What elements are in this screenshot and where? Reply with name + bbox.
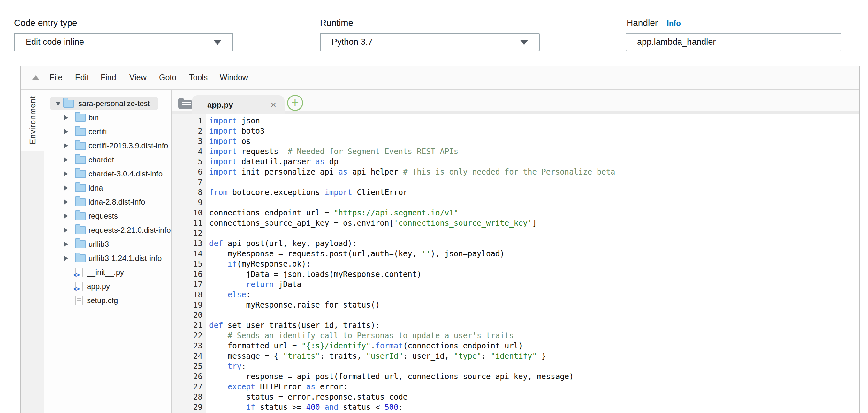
folder-icon xyxy=(75,170,86,178)
collapse-arrow-icon[interactable] xyxy=(64,213,68,219)
menu-item-window[interactable]: Window xyxy=(220,73,248,82)
menu-item-file[interactable]: File xyxy=(50,73,62,82)
tree-item-certifi[interactable]: certifi xyxy=(21,125,172,139)
tree-item-certifi-2019-3-9-dist-info[interactable]: certifi-2019.3.9.dist-info xyxy=(21,139,172,153)
collapse-panel-icon[interactable] xyxy=(32,76,39,80)
code-line-16: 16 jData = json.loads(myResponse.content… xyxy=(172,269,859,279)
code-entry-type-label: Code entry type xyxy=(14,18,77,28)
code-text: import json xyxy=(209,116,260,126)
tree-item-label: requests xyxy=(89,212,118,220)
code-text: else: xyxy=(209,290,251,300)
tree-item-requests[interactable]: requests xyxy=(21,209,172,223)
code-text: def set_user_traits(user_id, traits): xyxy=(209,320,380,330)
tree-item-label: urllib3 xyxy=(89,240,109,249)
tab-list-icon[interactable] xyxy=(178,98,192,109)
line-number: 28 xyxy=(172,392,203,402)
folder-icon xyxy=(75,184,86,192)
collapse-arrow-icon[interactable] xyxy=(64,171,68,176)
code-line-1: 1import json xyxy=(172,116,859,126)
collapse-arrow-icon[interactable] xyxy=(64,228,68,233)
code-line-8: 8from botocore.exceptions import ClientE… xyxy=(172,187,859,198)
close-tab-icon[interactable]: × xyxy=(271,100,276,110)
chevron-down-icon xyxy=(520,40,528,45)
code-line-11: 11connections_source_api_key = os.enviro… xyxy=(172,218,859,228)
handler-info-link[interactable]: Info xyxy=(667,19,681,28)
line-number: 11 xyxy=(172,218,203,228)
code-text: import os xyxy=(209,136,251,146)
tree-item-sara-personalize-test[interactable]: sara-personalize-test xyxy=(21,96,172,111)
code-line-23: 23 formatted_url = "{:s}/identify".forma… xyxy=(172,341,859,351)
tree-item-label: sara-personalize-test xyxy=(78,99,150,108)
collapse-arrow-icon[interactable] xyxy=(64,115,68,120)
code-text: import dateutil.parser as dp xyxy=(209,157,339,167)
code-line-6: 6import init_personalize_api as api_help… xyxy=(172,167,859,177)
code-editor-window: FileEditFindViewGotoToolsWindow Environm… xyxy=(21,65,860,413)
line-number: 10 xyxy=(172,208,203,218)
code-text: connections_endpoint_url = "https://api.… xyxy=(209,208,458,218)
code-text: try: xyxy=(209,361,246,372)
code-text: connections_source_api_key = os.environ[… xyxy=(209,218,537,228)
code-line-17: 17 return jData xyxy=(172,279,859,290)
tree-item-idna-2-8-dist-info[interactable]: idna-2.8.dist-info xyxy=(21,195,172,209)
chevron-down-icon xyxy=(213,40,222,45)
tree-item-label: __init__.py xyxy=(87,268,124,277)
code-text: status = error.response.status_code xyxy=(209,392,407,402)
python-file-icon: <> xyxy=(75,282,83,291)
tree-item-chardet[interactable]: chardet xyxy=(21,153,172,167)
file-tree: sara-personalize-testbincertificertifi-2… xyxy=(21,96,172,307)
collapse-arrow-icon[interactable] xyxy=(64,256,68,261)
tree-item-idna[interactable]: idna xyxy=(21,181,172,195)
code-text: formatted_url = "{:s}/identify".format(c… xyxy=(209,341,523,351)
code-line-14: 14 myResponse = requests.post(url,auth=(… xyxy=(172,249,859,259)
tree-item-label: setup.cfg xyxy=(87,296,118,305)
code-line-2: 2import boto3 xyxy=(172,126,859,136)
new-tab-plus-icon[interactable]: + xyxy=(287,95,303,111)
collapse-arrow-icon[interactable] xyxy=(64,129,68,134)
menu-item-find[interactable]: Find xyxy=(101,73,116,82)
folder-icon xyxy=(75,240,86,248)
tree-item-app-py[interactable]: <>app.py xyxy=(21,279,172,293)
code-line-29: 29 if status >= 400 and status < 500: xyxy=(172,402,859,412)
menu-item-edit[interactable]: Edit xyxy=(75,73,89,82)
menu-item-view[interactable]: View xyxy=(129,73,147,82)
code-line-27: 27 except HTTPError as error: xyxy=(172,382,859,392)
tab-app-py[interactable]: app.py × xyxy=(192,95,284,114)
config-file-icon xyxy=(75,296,83,305)
tree-item-bin[interactable]: bin xyxy=(21,111,172,125)
tree-item--init-py[interactable]: <>__init__.py xyxy=(21,265,172,279)
collapse-arrow-icon[interactable] xyxy=(64,157,68,163)
tree-item-chardet-3-0-4-dist-info[interactable]: chardet-3.0.4.dist-info xyxy=(21,167,172,181)
code-text: if status >= 400 and status < 500: xyxy=(209,402,403,412)
expand-arrow-icon[interactable] xyxy=(56,102,61,106)
menu-item-tools[interactable]: Tools xyxy=(189,73,208,82)
tree-item-label: idna-2.8.dist-info xyxy=(89,198,145,206)
handler-input[interactable] xyxy=(626,33,841,51)
python-file-icon: <> xyxy=(75,268,83,277)
collapse-arrow-icon[interactable] xyxy=(64,242,68,247)
tree-item-urllib3-1-24-1-dist-info[interactable]: urllib3-1.24.1.dist-info xyxy=(21,251,172,265)
code-text: import requests # Needed for Segment Eve… xyxy=(209,146,458,157)
tree-item-requests-2-21-0-dist-info[interactable]: requests-2.21.0.dist-info xyxy=(21,223,172,237)
folder-icon xyxy=(75,142,86,150)
collapse-arrow-icon[interactable] xyxy=(64,200,68,205)
code-line-5: 5import dateutil.parser as dp xyxy=(172,157,859,167)
collapse-arrow-icon[interactable] xyxy=(64,185,68,190)
code-text: myResponse.raise_for_status() xyxy=(209,300,380,310)
runtime-select[interactable]: Python 3.7 xyxy=(320,33,540,51)
handler-label: Handler xyxy=(626,18,658,28)
code-entry-type-select[interactable]: Edit code inline xyxy=(14,33,233,51)
line-number: 6 xyxy=(172,167,203,177)
line-number: 26 xyxy=(172,372,203,382)
code-line-10: 10connections_endpoint_url = "https://ap… xyxy=(172,208,859,218)
folder-icon xyxy=(75,156,86,164)
code-text: import init_personalize_api as api_helpe… xyxy=(209,167,615,177)
folder-icon xyxy=(63,100,74,108)
tree-item-setup-cfg[interactable]: setup.cfg xyxy=(21,293,172,307)
code-editor[interactable]: 1import json2import boto33import os4impo… xyxy=(172,114,859,413)
code-entry-type-value: Edit code inline xyxy=(26,37,84,47)
line-number: 25 xyxy=(172,361,203,372)
folder-icon xyxy=(75,114,86,122)
menu-item-goto[interactable]: Goto xyxy=(159,73,176,82)
collapse-arrow-icon[interactable] xyxy=(64,143,68,148)
tree-item-urllib3[interactable]: urllib3 xyxy=(21,237,172,251)
